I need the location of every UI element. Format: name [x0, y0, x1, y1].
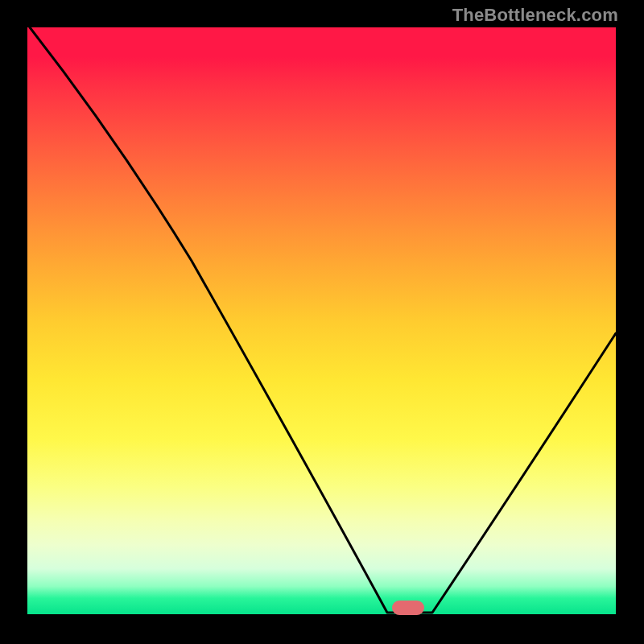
chart-frame: TheBottleneck.com: [0, 0, 644, 644]
watermark-text: TheBottleneck.com: [452, 5, 618, 26]
optimum-marker: [392, 601, 424, 615]
plot-area: [27, 27, 616, 616]
bottleneck-curve: [27, 27, 616, 616]
